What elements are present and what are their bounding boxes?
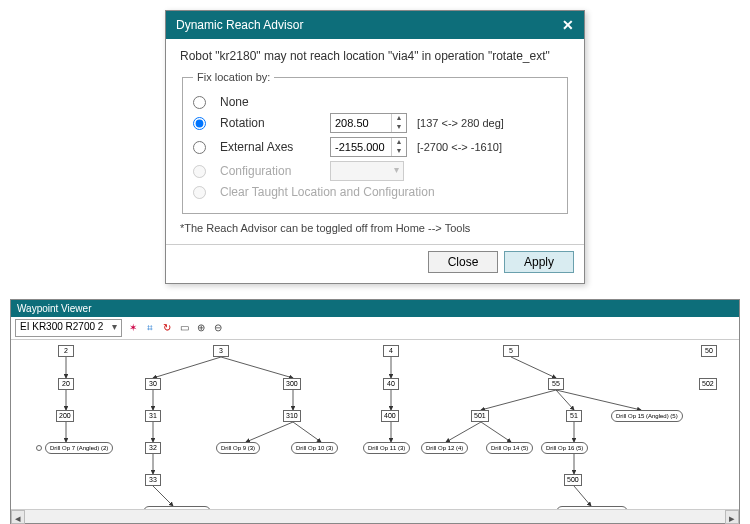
tree-icon[interactable]: ⌗ xyxy=(143,321,157,335)
marker-icon xyxy=(36,445,42,451)
radio-none[interactable] xyxy=(193,96,206,109)
waypoint-node[interactable]: 400 xyxy=(381,410,399,422)
refresh-icon[interactable]: ↻ xyxy=(160,321,174,335)
waypoint-node[interactable]: 33 xyxy=(145,474,161,486)
reach-advisor-dialog: Dynamic Reach Advisor ✕ Robot "kr2180" m… xyxy=(165,10,585,284)
operation-node[interactable]: Drill Op 10 (3) xyxy=(291,442,338,454)
label-rotation: Rotation xyxy=(220,116,320,130)
dialog-titlebar: Dynamic Reach Advisor ✕ xyxy=(166,11,584,39)
svg-line-11 xyxy=(293,422,321,442)
toggle-hint: *The Reach Advisor can be toggled off fr… xyxy=(180,222,570,234)
rotation-spinner[interactable]: ▲ ▼ xyxy=(330,113,407,133)
waypoint-viewer-title: Waypoint Viewer xyxy=(11,300,739,317)
radio-external-axes[interactable] xyxy=(193,141,206,154)
radio-rotation[interactable] xyxy=(193,117,206,130)
operation-node[interactable]: Drill Op 16 (5) xyxy=(541,442,588,454)
rotation-spin-down-icon[interactable]: ▼ xyxy=(392,123,406,132)
svg-line-8 xyxy=(153,486,173,506)
close-icon[interactable]: ✕ xyxy=(562,17,574,33)
dialog-button-bar: Close Apply xyxy=(166,244,584,283)
operation-node[interactable]: Drill Op 9 (3) xyxy=(216,442,260,454)
rotation-input[interactable] xyxy=(331,114,391,132)
waypoint-node[interactable]: 502 xyxy=(699,378,717,390)
waypoint-viewer-panel: Waypoint Viewer EI KR300 R2700 2 ✶ ⌗ ↻ ▭… xyxy=(10,299,740,524)
dialog-title: Dynamic Reach Advisor xyxy=(176,18,303,32)
waypoint-node[interactable]: 50 xyxy=(701,345,717,357)
radio-clear xyxy=(193,186,206,199)
extaxes-spin-down-icon[interactable]: ▼ xyxy=(392,147,406,156)
svg-line-10 xyxy=(246,422,293,442)
svg-line-3 xyxy=(153,357,221,378)
waypoint-node[interactable]: 2 xyxy=(58,345,74,357)
horizontal-scrollbar[interactable]: ◂ ▸ xyxy=(11,509,739,523)
robot-combo[interactable]: EI KR300 R2700 2 xyxy=(15,319,122,337)
configuration-combo xyxy=(330,161,404,181)
extaxes-spin-up-icon[interactable]: ▲ xyxy=(392,138,406,147)
waypoint-node[interactable]: 500 xyxy=(564,474,582,486)
extaxes-spinner[interactable]: ▲ ▼ xyxy=(330,137,407,157)
waypoint-node[interactable]: 51 xyxy=(566,410,582,422)
apply-button[interactable]: Apply xyxy=(504,251,574,273)
label-none: None xyxy=(220,95,320,109)
svg-line-19 xyxy=(446,422,481,442)
zoom-in-icon[interactable]: ⊕ xyxy=(194,321,208,335)
waypoint-node[interactable]: 200 xyxy=(56,410,74,422)
waypoint-node[interactable]: 5 xyxy=(503,345,519,357)
operation-node[interactable]: Drill Op 12 (4) xyxy=(421,442,468,454)
graph-icon[interactable]: ✶ xyxy=(126,321,140,335)
svg-line-17 xyxy=(556,390,574,410)
waypoint-node[interactable]: 32 xyxy=(145,442,161,454)
scroll-right-icon[interactable]: ▸ xyxy=(725,510,739,524)
waypoint-node[interactable]: 501 xyxy=(471,410,489,422)
waypoint-node[interactable]: 30 xyxy=(145,378,161,390)
svg-line-16 xyxy=(481,390,556,410)
label-external-axes: External Axes xyxy=(220,140,320,154)
svg-line-15 xyxy=(511,357,556,378)
scroll-left-icon[interactable]: ◂ xyxy=(11,510,25,524)
zoom-fit-icon[interactable]: ▭ xyxy=(177,321,191,335)
operation-node[interactable]: Drill Op 14 (5) xyxy=(486,442,533,454)
close-button[interactable]: Close xyxy=(428,251,498,273)
groupbox-legend: Fix location by: xyxy=(193,71,274,83)
waypoint-node[interactable]: 20 xyxy=(58,378,74,390)
zoom-out-icon[interactable]: ⊖ xyxy=(211,321,225,335)
waypoint-node[interactable]: 40 xyxy=(383,378,399,390)
extaxes-input[interactable] xyxy=(331,138,391,156)
operation-node[interactable]: Drill Op 15 (Angled) (5) xyxy=(611,410,683,422)
label-configuration: Configuration xyxy=(220,164,320,178)
svg-line-20 xyxy=(481,422,511,442)
waypoint-node[interactable]: 300 xyxy=(283,378,301,390)
waypoint-node[interactable]: 55 xyxy=(548,378,564,390)
label-clear: Clear Taught Location and Configuration xyxy=(220,185,435,199)
rotation-range: [137 <-> 280 deg] xyxy=(417,117,504,129)
dialog-body: Robot "kr2180" may not reach location "v… xyxy=(166,39,584,244)
waypoint-node[interactable]: 3 xyxy=(213,345,229,357)
operation-node[interactable]: Drill Op 11 (3) xyxy=(363,442,410,454)
reach-message: Robot "kr2180" may not reach location "v… xyxy=(180,49,570,63)
waypoint-toolbar: EI KR300 R2700 2 ✶ ⌗ ↻ ▭ ⊕ ⊖ xyxy=(11,317,739,340)
waypoint-canvas[interactable]: 2 20 200 Drill Op 7 (Angled) (2) 3 30 31… xyxy=(11,340,739,509)
fix-location-groupbox: Fix location by: None Rotation ▲ ▼ [137 … xyxy=(182,71,568,214)
svg-line-4 xyxy=(221,357,293,378)
svg-line-18 xyxy=(556,390,641,410)
waypoint-node[interactable]: 310 xyxy=(283,410,301,422)
rotation-spin-up-icon[interactable]: ▲ xyxy=(392,114,406,123)
svg-line-23 xyxy=(574,486,591,506)
waypoint-node[interactable]: 4 xyxy=(383,345,399,357)
extaxes-range: [-2700 <-> -1610] xyxy=(417,141,502,153)
radio-configuration xyxy=(193,165,206,178)
operation-node[interactable]: Drill Op 7 (Angled) (2) xyxy=(45,442,113,454)
waypoint-node[interactable]: 31 xyxy=(145,410,161,422)
